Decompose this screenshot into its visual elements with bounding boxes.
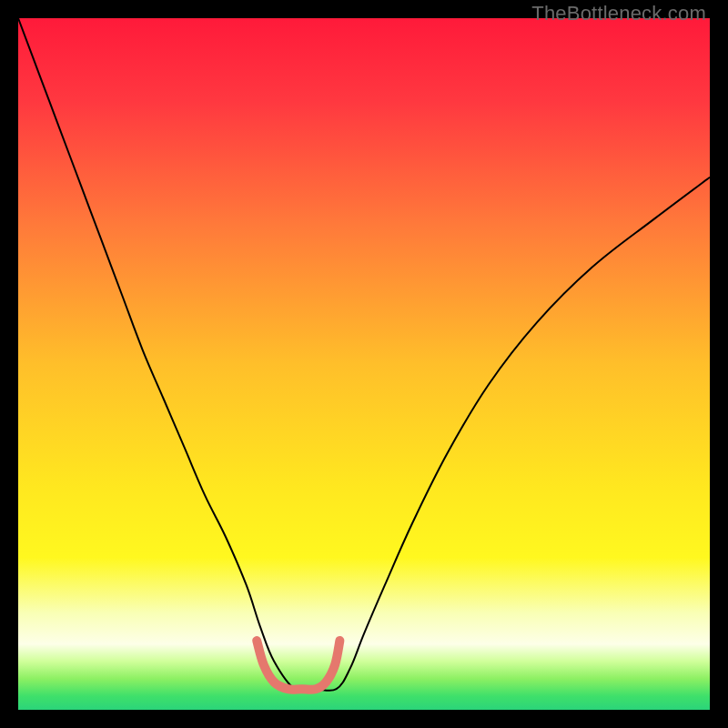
bottleneck-chart — [18, 18, 710, 710]
gradient-background — [18, 18, 710, 710]
chart-frame — [18, 18, 710, 710]
watermark-text: TheBottleneck.com — [531, 2, 706, 25]
